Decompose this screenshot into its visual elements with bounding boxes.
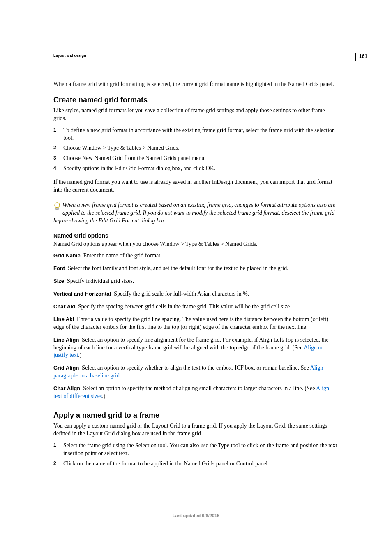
heading-apply-named-grid: Apply a named grid to a frame [53,411,339,420]
step-number: 2 [53,144,56,151]
def-vertical-horizontal: Vertical and Horizontal Specify the grid… [53,290,339,298]
list-item: 1Select the frame grid using the Selecti… [53,442,339,458]
def-grid-name: Grid Name Enter the name of the grid for… [53,252,339,260]
intro-paragraph: When a frame grid with grid formatting i… [53,81,339,88]
heading-create-named-grid-formats: Create named grid formats [53,96,339,104]
def-grid-align: Grid Align Select an option to specify w… [53,364,339,380]
list-item: 3Choose New Named Grid from the Named Gr… [53,155,339,162]
def-text: Specify individual grid sizes. [67,278,134,284]
def-text-before: Select an option to specify whether to a… [82,365,310,371]
def-font: Font Select the font family and font sty… [53,265,339,273]
def-text: Specify the spacing between grid cells i… [78,303,291,310]
step-number: 2 [53,460,56,467]
list-item: 4Specify options in the Edit Grid Format… [53,165,339,173]
def-term: Grid Name [53,252,81,259]
def-text-after: .) [78,352,81,358]
def-term: Size [53,278,64,284]
step-text: Choose Window > Type & Tables > Named Gr… [63,145,180,151]
def-term: Line Align [53,337,79,343]
def-term: Char Align [53,385,80,391]
step-number: 3 [53,155,56,161]
options-intro: Named Grid options appear when you choos… [53,240,339,248]
def-term: Line Aki [53,316,74,322]
def-text-after: . [120,372,121,379]
step-text: Specify options in the Edit Grid Format … [63,165,216,171]
def-size: Size Specify individual grid sizes. [53,278,339,285]
apply-intro: You can apply a custom named grid or the… [53,422,339,438]
page-number: 161 [355,53,367,61]
def-text: Enter the name of the grid format. [83,252,162,259]
step-text: Select the frame grid using the Selectio… [63,442,337,456]
def-text: Specify the grid scale for full-width As… [114,291,249,297]
def-text-before: Select an option to specify line alignme… [53,337,329,351]
def-char-aki: Char Aki Specify the spacing between gri… [53,303,339,311]
list-item: 2Choose Window > Type & Tables > Named G… [53,144,339,152]
def-term: Char Aki [53,303,75,310]
heading-named-grid-options: Named Grid options [53,232,339,239]
def-term: Font [53,265,65,271]
def-text: Select the font family and font style, a… [68,265,288,271]
tip-text: When a new frame grid format is created … [53,202,335,224]
def-text-after: .) [102,393,105,399]
step-text: To define a new grid format in accordanc… [63,127,335,141]
footer-last-updated: Last updated 6/6/2015 [0,513,392,518]
svg-point-0 [55,203,60,208]
step-text: Choose New Named Grid from the Named Gri… [63,155,206,161]
def-char-align: Char Align Select an option to specify t… [53,385,339,400]
step-number: 1 [53,442,56,449]
create-post-paragraph: If the named grid format you want to use… [53,178,339,194]
step-text: Click on the name of the format to be ap… [63,460,269,467]
def-text-before: Select an option to specify the method o… [83,385,316,391]
lightbulb-icon [53,202,61,214]
list-item: 1To define a new grid format in accordan… [53,127,339,142]
step-number: 4 [53,165,56,171]
list-item: 2Click on the name of the format to be a… [53,460,339,468]
section-header: Layout and design [53,53,339,58]
step-number: 1 [53,127,56,133]
create-intro: Like styles, named grid formats let you … [53,107,339,123]
def-line-align: Line Align Select an option to specify l… [53,336,339,360]
steps-apply: 1Select the frame grid using the Selecti… [53,442,339,468]
def-text: Enter a value to specify the grid line s… [53,316,328,330]
steps-create: 1To define a new grid format in accordan… [53,127,339,173]
def-term: Vertical and Horizontal [53,291,111,297]
def-term: Grid Align [53,365,79,371]
def-line-aki: Line Aki Enter a value to specify the gr… [53,316,339,331]
tip-block: When a new frame grid format is created … [53,201,339,225]
